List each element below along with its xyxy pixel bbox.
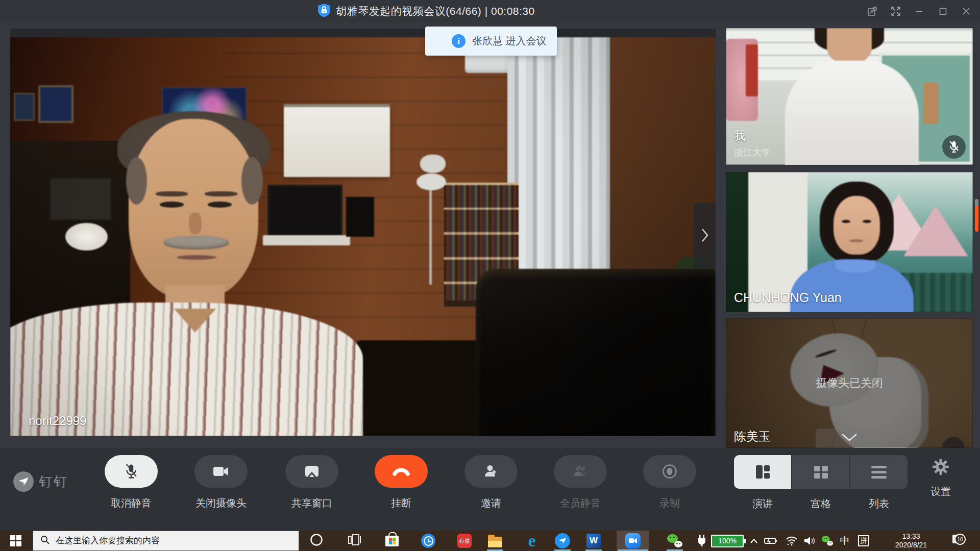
dingtalk-app-button[interactable]	[550, 531, 575, 551]
power-plug-icon[interactable]	[695, 531, 708, 551]
collapse-tile-button[interactable]	[816, 429, 883, 448]
participant-tile-chenmeiyu[interactable]: 摄像头已关闭 陈美玉	[726, 318, 973, 448]
scrollbar-thumb-orange[interactable]	[975, 206, 978, 232]
clock-date-widget[interactable]: 13:33 2020/8/21	[883, 531, 939, 551]
popout-icon[interactable]	[863, 3, 882, 20]
mic-muted-icon	[105, 455, 158, 488]
participant-video-me	[726, 28, 973, 165]
dingtalk-logo-icon	[13, 471, 34, 492]
ime-language-indicator[interactable]: 中	[838, 531, 852, 551]
meeting-stage: norit22999 i 张欣慧 进入会议 我 浙江大学	[0, 22, 980, 448]
window-controls	[863, 0, 976, 22]
wechat-icon	[667, 534, 682, 547]
join-toast: i 张欣慧 进入会议	[425, 27, 557, 56]
wechat-tray-icon[interactable]	[819, 531, 836, 551]
mute-all-button[interactable]: 全员静音	[542, 455, 619, 510]
clock-app-button[interactable]	[416, 531, 440, 551]
edge-button[interactable]: e	[520, 531, 544, 551]
battery-status-icon[interactable]	[763, 531, 779, 551]
wifi-icon[interactable]	[784, 531, 799, 551]
main-video-feed	[10, 37, 716, 436]
view-switcher	[734, 455, 908, 489]
meeting-app-icon	[625, 533, 641, 548]
view-list-label: 列表	[850, 497, 908, 511]
fullscreen-icon[interactable]	[886, 3, 905, 20]
participant-tile-chunhong[interactable]: CHUNHONG Yuan	[726, 172, 973, 312]
gear-icon	[932, 468, 949, 477]
participant-tile-me[interactable]: 我 浙江大学	[726, 28, 973, 165]
list-layout-icon	[871, 466, 887, 479]
title-wrap: 胡雅琴发起的视频会议(64/66) | 00:08:30	[0, 0, 852, 22]
ime-mode-indicator[interactable]: 拼	[856, 531, 871, 551]
mic-muted-icon	[942, 135, 966, 159]
camera-off-label: 摄像头已关闭	[726, 375, 973, 391]
view-grid-label: 宫格	[792, 497, 849, 511]
participant-org: 浙江大学	[734, 146, 771, 159]
file-explorer-button[interactable]	[483, 531, 507, 551]
start-button[interactable]	[0, 531, 32, 551]
camera-off-button[interactable]: 关闭摄像头	[183, 455, 259, 510]
mute-all-icon	[554, 455, 607, 488]
invite-person-icon	[464, 455, 518, 488]
clock-app-icon	[421, 534, 435, 548]
view-grid-button[interactable]	[792, 455, 849, 489]
share-window-button[interactable]: 共享窗口	[274, 455, 350, 510]
search-icon	[40, 535, 50, 546]
action-center-icon: 10	[951, 535, 964, 547]
record-icon	[643, 455, 696, 488]
tray-overflow-chevron[interactable]	[747, 531, 761, 551]
settings-button[interactable]: 设置	[915, 458, 966, 498]
volume-icon[interactable]	[801, 531, 818, 551]
task-view-button[interactable]	[342, 531, 367, 551]
dingtalk-meeting-window: 胡雅琴发起的视频会议(64/66) | 00:08:30	[0, 0, 980, 551]
sidebar-scrollbar[interactable]	[975, 22, 978, 448]
windows-logo-icon	[10, 535, 21, 546]
chevron-right-icon	[701, 228, 709, 245]
battery-level: 100%	[711, 535, 744, 547]
word-icon: W	[586, 534, 601, 548]
view-list-button[interactable]	[850, 455, 908, 489]
participant-name: CHUNHONG Yuan	[734, 290, 842, 305]
info-icon: i	[452, 34, 465, 48]
youdao-icon: 有道	[457, 534, 472, 548]
hangup-icon	[375, 455, 428, 488]
tray-date: 2020/8/21	[895, 541, 927, 550]
action-center-button[interactable]: 10	[945, 531, 970, 551]
meeting-lock-shield-icon	[317, 3, 331, 19]
meeting-app-button[interactable]	[617, 531, 649, 551]
participant-name: 我	[734, 128, 746, 143]
close-icon[interactable]	[957, 3, 976, 20]
view-speaker-label: 演讲	[734, 497, 791, 511]
scrollbar-thumb-gray[interactable]	[975, 199, 978, 206]
grid-layout-icon	[814, 466, 828, 479]
view-speaker-button[interactable]	[734, 455, 791, 489]
taskbar-search[interactable]	[33, 531, 299, 551]
search-input[interactable]	[56, 536, 280, 546]
file-explorer-icon	[488, 537, 502, 547]
main-video: norit22999	[10, 29, 716, 436]
cortana-button[interactable]	[304, 531, 329, 551]
speaker-layout-icon	[756, 465, 770, 479]
collapse-sidebar-button[interactable]	[694, 203, 716, 269]
dingtalk-brand: 钉钉	[13, 471, 68, 492]
main-participant-name: norit22999	[29, 414, 86, 428]
task-view-icon	[348, 534, 361, 547]
word-button[interactable]: W	[581, 531, 606, 551]
window-title: 胡雅琴发起的视频会议(64/66) | 00:08:30	[336, 4, 534, 18]
minimize-icon[interactable]	[910, 3, 929, 20]
meeting-toolbar: 钉钉 取消静音 关闭摄像头	[0, 448, 980, 531]
maximize-icon[interactable]	[933, 3, 952, 20]
participant-name: 陈美玉	[734, 429, 771, 445]
edge-icon: e	[528, 532, 536, 550]
unmute-button[interactable]: 取消静音	[93, 455, 169, 510]
ms-store-icon	[385, 536, 399, 546]
invite-button[interactable]: 邀请	[453, 455, 529, 510]
battery-tray-widget[interactable]: 100%	[709, 531, 745, 551]
youdao-button[interactable]: 有道	[452, 531, 477, 551]
record-button[interactable]: 录制	[631, 455, 708, 510]
wechat-button[interactable]	[663, 531, 687, 551]
ms-store-button[interactable]	[380, 531, 404, 551]
toast-text: 张欣慧 进入会议	[472, 34, 547, 48]
tray-time: 13:33	[902, 532, 920, 541]
hangup-button[interactable]: 挂断	[363, 455, 439, 510]
